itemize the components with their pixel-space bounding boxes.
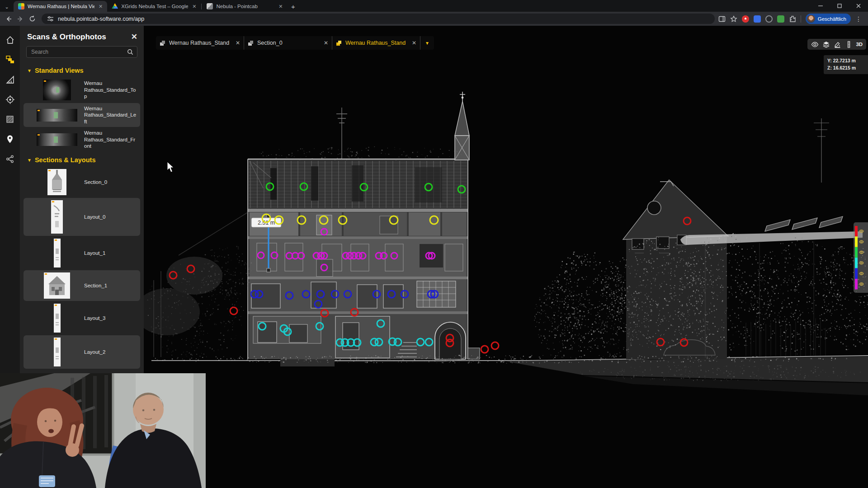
tab-favicon [18, 3, 24, 9]
home-icon[interactable] [5, 35, 15, 45]
list-item-layout-2[interactable]: Layout_2 [24, 335, 140, 369]
item-thumbnail [35, 169, 79, 195]
list-item-section-0[interactable]: Section_0 [24, 167, 140, 197]
group-header-sections-layouts[interactable]: ▼Sections & Layouts [20, 152, 144, 166]
browser-tabstrip: ⌄ Wernau Rathaus | Nebula Viewer ✕ XGrid… [0, 0, 868, 12]
doc-tab-label: Wernau Rathaus_Stand [169, 40, 232, 46]
maximize-icon[interactable] [830, 0, 849, 12]
legend-color-swatch [855, 226, 858, 236]
coordinate-z: Z: 16.6215 m [827, 65, 868, 72]
area-icon[interactable] [5, 114, 15, 124]
tab-favicon [112, 3, 118, 9]
url-text: nebula.pointcab-software.com/app [58, 16, 144, 22]
panel-title: Scans & Orthophotos [27, 33, 106, 42]
item-label: Layout_3 [84, 315, 137, 321]
extensions-puzzle-icon[interactable] [789, 15, 796, 23]
profile-label: Geschäftlich [818, 16, 846, 22]
tab-search-icon[interactable]: ⌄ [0, 2, 14, 12]
doc-tab-close-icon[interactable]: ✕ [236, 40, 240, 46]
window-controls [811, 0, 868, 12]
tab-close-icon[interactable]: ✕ [278, 4, 283, 9]
search-icon [127, 49, 133, 55]
back-icon[interactable] [3, 13, 14, 25]
doc-tab-close-icon[interactable]: ✕ [412, 40, 416, 46]
colorbar-icon[interactable] [845, 41, 853, 48]
marker-color-legend [854, 222, 868, 293]
new-tab-button[interactable]: + [287, 1, 299, 11]
item-thumbnail [35, 304, 79, 333]
item-thumbnail [35, 239, 79, 267]
legend-eye-icon[interactable] [859, 283, 863, 286]
list-item-wernau-rathaus-standard-front[interactable]: Wernau Rathaus_Standard_Front [24, 127, 140, 151]
search-input[interactable] [30, 48, 124, 56]
search-box[interactable] [26, 46, 137, 58]
group-label: Sections & Layouts [35, 156, 96, 164]
list-item-wernau-rathaus-standard-left[interactable]: Wernau Rathaus_Standard_Left [24, 103, 140, 127]
legend-eye-icon[interactable] [859, 251, 863, 254]
item-thumbnail [35, 109, 79, 122]
browser-tab-0[interactable]: Wernau Rathaus | Nebula Viewer ✕ [14, 1, 107, 12]
legend-eye-icon[interactable] [859, 272, 863, 275]
item-label: Section_1 [84, 282, 137, 289]
reload-icon[interactable] [26, 13, 38, 25]
extension-adblock-icon[interactable] [742, 15, 749, 23]
extension-dark-icon[interactable] [765, 15, 773, 23]
webcam-overlay [0, 373, 206, 488]
chevron-down-icon: ▼ [27, 68, 32, 73]
list-item-layout-1[interactable]: Layout_1 [24, 236, 140, 270]
share-icon[interactable] [5, 154, 15, 164]
tab-close-icon[interactable]: ✕ [191, 4, 197, 9]
item-thumbnail [35, 338, 79, 366]
close-icon[interactable]: ✕ [131, 32, 137, 42]
tab-favicon [207, 3, 213, 9]
url-bar[interactable]: nebula.pointcab-software.com/app [42, 14, 715, 24]
legend-color-swatch [855, 258, 858, 268]
tab-divider [201, 4, 202, 9]
doc-tab-label: Wernau Rathaus_Stand [345, 40, 408, 46]
extension-green-icon[interactable] [777, 15, 784, 23]
browser-tab-2[interactable]: Nebula - Pointcab ✕ [202, 1, 287, 12]
browser-toolbar: nebula.pointcab-software.com/app Geschäf… [0, 12, 868, 26]
tab-title: Nebula - Pointcab [216, 4, 274, 9]
close-window-icon[interactable] [849, 0, 868, 12]
browser-tab-1[interactable]: XGrids Nebula Test – Google Dr ✕ [107, 1, 201, 12]
layers-icon[interactable] [822, 41, 830, 48]
list-item-layout-0[interactable]: Layout_0 [24, 198, 140, 236]
coordinate-readout: Y: 22.7213 m Z: 16.6215 m [824, 55, 868, 74]
view-3d-button[interactable]: 3D [856, 42, 863, 47]
item-label: Wernau Rathaus_Standard_Top [84, 80, 137, 99]
doc-tab-icon [160, 40, 165, 46]
side-panel-icon[interactable] [718, 15, 726, 23]
pin-icon[interactable] [5, 134, 15, 144]
locate-icon[interactable] [5, 94, 15, 104]
browser-menu-icon[interactable]: ⋮ [855, 15, 862, 23]
colorize-icon[interactable] [834, 41, 841, 48]
item-thumbnail [35, 133, 79, 146]
item-label: Layout_1 [84, 250, 137, 256]
doc-tab-icon [336, 40, 342, 46]
list-item-wernau-rathaus-standard-top[interactable]: Wernau Rathaus_Standard_Top [24, 77, 140, 103]
extension-blue-icon[interactable] [754, 15, 761, 23]
doc-tab-2[interactable]: Wernau Rathaus_Stand ✕ [332, 36, 420, 50]
visibility-icon[interactable] [811, 41, 819, 48]
doc-tab-label: Section_0 [257, 40, 320, 46]
scans-icon[interactable] [5, 55, 15, 65]
doc-tab-dropdown-icon[interactable]: ▼ [420, 36, 434, 50]
measure-icon[interactable] [5, 75, 15, 84]
profile-badge[interactable]: Geschäftlich [806, 14, 851, 24]
site-info-icon[interactable] [47, 15, 54, 22]
bookmark-star-icon[interactable] [730, 15, 737, 23]
list-item-section-1[interactable]: Section_1 [24, 270, 140, 301]
doc-tab-1[interactable]: Section_0 ✕ [244, 36, 332, 50]
grid-window [417, 281, 456, 307]
tab-close-icon[interactable]: ✕ [98, 4, 104, 9]
doc-tab-0[interactable]: Wernau Rathaus_Stand ✕ [156, 36, 244, 50]
minimize-icon[interactable] [811, 0, 830, 12]
legend-eye-icon[interactable] [859, 262, 863, 264]
legend-eye-icon[interactable] [859, 230, 863, 233]
list-item-layout-3[interactable]: Layout_3 [24, 301, 140, 335]
forward-icon[interactable] [14, 13, 26, 25]
legend-eye-icon[interactable] [859, 240, 863, 243]
group-header-standard-views[interactable]: ▼Standard Views [20, 62, 144, 77]
doc-tab-close-icon[interactable]: ✕ [324, 40, 328, 46]
